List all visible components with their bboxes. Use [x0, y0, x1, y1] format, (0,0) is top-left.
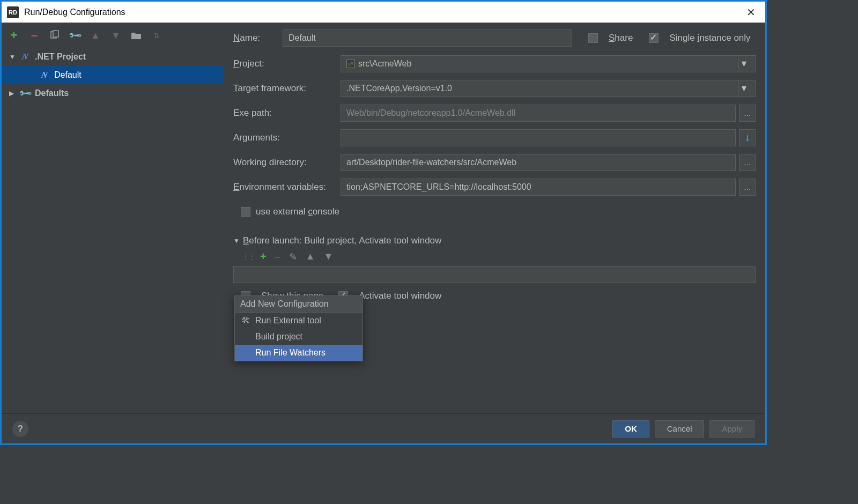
edit-templates-icon[interactable]: 🔧 [69, 29, 81, 41]
move-up-icon[interactable]: ▲ [90, 29, 101, 41]
tree-node-default[interactable]: N Default [2, 66, 224, 84]
browse-wd-button[interactable]: … [739, 154, 756, 171]
popup-title: Add New Configuration [235, 296, 363, 313]
move-task-down-icon[interactable]: ▼ [324, 251, 334, 262]
copy-config-icon[interactable] [49, 29, 61, 41]
args-label: Arguments: [233, 132, 341, 143]
sidebar-toolbar: + – 🔧 ▲ ▼ ⇅ [2, 23, 224, 48]
net-icon: N [39, 70, 50, 80]
add-config-icon[interactable]: + [8, 29, 20, 41]
tree-node-label: Default [54, 70, 82, 80]
dialog-footer: ? OK Cancel Apply [2, 413, 765, 443]
wd-label: Working directory: [233, 157, 341, 168]
close-icon[interactable]: ✕ [742, 4, 760, 21]
folder-icon[interactable] [130, 29, 142, 41]
exe-label: Exe path: [233, 108, 341, 118]
exe-path-input[interactable] [341, 105, 736, 122]
before-launch-list[interactable] [233, 266, 756, 283]
wrench-icon: 🔧 [20, 88, 31, 99]
env-vars-input[interactable] [341, 179, 736, 196]
apply-button[interactable]: Apply [709, 420, 755, 438]
expand-arrow-icon: ▼ [9, 53, 16, 61]
name-input[interactable] [283, 29, 572, 47]
svg-rect-1 [53, 31, 58, 37]
working-dir-input[interactable] [341, 154, 736, 171]
add-task-icon[interactable]: + [260, 250, 267, 263]
share-checkbox[interactable] [588, 33, 598, 43]
expand-arrow-icon: ▶ [9, 90, 16, 97]
window-title: Run/Debug Configurations [24, 8, 742, 17]
env-label: Environment variables: [233, 182, 341, 192]
share-label: Share [609, 33, 633, 43]
name-label: Name: [233, 33, 275, 43]
ok-button[interactable]: OK [612, 420, 649, 438]
external-console-checkbox[interactable] [241, 207, 250, 217]
move-task-up-icon[interactable]: ▲ [306, 251, 315, 262]
sort-icon[interactable]: ⇅ [151, 29, 162, 41]
config-tree: ▼ N .NET Project N Default ▶ 🔧 Defaults [2, 48, 224, 102]
move-down-icon[interactable]: ▼ [110, 29, 122, 41]
expand-args-button[interactable]: ⤓ [739, 129, 756, 146]
remove-config-icon[interactable]: – [28, 29, 40, 41]
popup-item-build-project[interactable]: Build project [235, 329, 363, 345]
chevron-down-icon: ▼ [738, 80, 750, 97]
csharp-icon: c# [346, 60, 355, 68]
collapse-arrow-icon: ▼ [233, 237, 240, 244]
edit-env-button[interactable]: … [739, 179, 756, 196]
before-launch-section: ▼ Before launch: Build project, Activate… [233, 235, 756, 301]
expand-icon: ⤓ [744, 134, 751, 142]
edit-task-icon[interactable]: ✎ [289, 251, 297, 263]
target-select[interactable]: .NETCoreApp,Version=v1.0 ▼ [341, 80, 756, 97]
tools-icon: 🛠 [240, 316, 251, 325]
before-launch-header[interactable]: ▼ Before launch: Build project, Activate… [233, 235, 756, 246]
browse-exe-button[interactable]: … [739, 105, 756, 122]
arguments-input[interactable] [341, 129, 736, 146]
remove-task-icon[interactable]: – [275, 251, 280, 262]
sidebar: + – 🔧 ▲ ▼ ⇅ ▼ N .NET Project N Default [2, 23, 224, 414]
single-instance-checkbox[interactable] [649, 33, 659, 43]
before-launch-toolbar: ⋮⋮ + – ✎ ▲ ▼ [233, 246, 756, 266]
chevron-down-icon: ▼ [738, 56, 750, 72]
popup-item-label: Run File Watchers [255, 348, 326, 358]
project-value: src\AcmeWeb [358, 59, 411, 69]
single-instance-label: Single instance only [669, 33, 750, 43]
help-button[interactable]: ? [12, 421, 28, 437]
net-icon: N [20, 52, 31, 62]
app-badge-icon: RD [7, 6, 19, 18]
external-console-label: use external console [256, 206, 339, 217]
activate-tool-window-label: Activate tool window [359, 291, 441, 301]
tree-node-net-project[interactable]: ▼ N .NET Project [2, 48, 224, 66]
tree-node-defaults[interactable]: ▶ 🔧 Defaults [2, 84, 224, 102]
add-config-popup: Add New Configuration 🛠 Run External too… [234, 295, 363, 361]
popup-item-label: Run External tool [255, 316, 321, 325]
target-label: Target framework: [233, 83, 341, 94]
popup-item-external-tool[interactable]: 🛠 Run External tool [235, 313, 363, 329]
cancel-button[interactable]: Cancel [655, 420, 705, 438]
titlebar: RD Run/Debug Configurations ✕ [2, 2, 765, 23]
tree-node-label: .NET Project [35, 52, 86, 62]
popup-item-file-watchers[interactable]: Run File Watchers [235, 345, 363, 361]
project-label: Project: [233, 58, 341, 69]
target-value: .NETCoreApp,Version=v1.0 [346, 84, 452, 93]
project-select[interactable]: c#src\AcmeWeb ▼ [341, 55, 756, 72]
tree-node-label: Defaults [35, 88, 69, 98]
drag-grip-icon: ⋮⋮ [242, 253, 255, 261]
popup-item-label: Build project [255, 332, 302, 342]
